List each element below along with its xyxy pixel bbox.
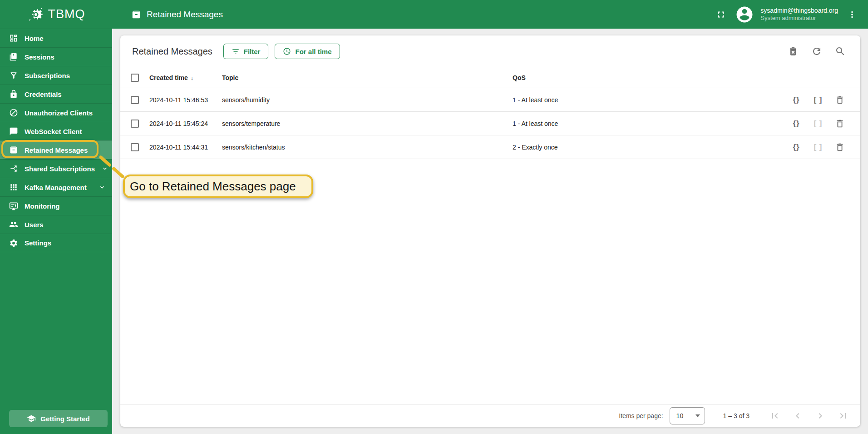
column-header-topic[interactable]: Topic [222,74,513,81]
gear-icon [9,239,18,248]
column-header-label: Topic [222,74,238,81]
show-payload-raw-button[interactable]: [ ] [809,93,827,107]
row-checkbox[interactable] [131,96,139,104]
sidebar-item-label: Kafka Management [25,184,92,191]
refresh-button[interactable] [809,43,825,60]
row-checkbox-cell [120,96,149,104]
fullscreen-icon [716,10,726,20]
top-header: Retained Messages sysadmin@thingsboard.o… [112,0,868,29]
cell-created-time: 2024-10-11 15:44:31 [149,144,222,151]
table-row[interactable]: 2024-10-11 15:45:24 sensors/temperature … [120,112,860,135]
row-checkbox[interactable] [131,143,139,151]
trash-icon [835,95,845,105]
sidebar-item-retained-messages[interactable]: Retained Messages [0,140,112,159]
sidebar-item-settings[interactable]: Settings [0,234,112,252]
more-menu-button[interactable] [844,7,860,22]
dashboard-icon [9,34,18,43]
card-toolbar: Retained Messages Filter For all time [120,35,860,67]
chevron-down-icon [101,165,108,172]
user-role: System administrator [760,15,838,22]
header-checkbox-cell [120,74,149,82]
search-button[interactable] [832,43,848,60]
retained-messages-card: Retained Messages Filter For all time [120,35,860,427]
pager-controls [767,408,851,424]
sort-descending-icon[interactable]: ↓ [191,75,194,81]
clock-icon [283,47,291,55]
row-checkbox-cell [120,120,149,128]
filter-list-icon [232,47,240,55]
sidebar-item-kafka-management[interactable]: Kafka Management [0,178,112,196]
clear-all-button[interactable] [785,43,801,60]
sidebar-item-users[interactable]: Users [0,215,112,234]
column-header-qos[interactable]: QoS [513,74,781,81]
select-all-checkbox[interactable] [131,74,139,82]
cell-qos: 1 - At least once [513,96,781,104]
fullscreen-button[interactable] [713,7,729,22]
column-header-created-time[interactable]: Created time↓ [149,74,222,81]
archive-icon [131,10,141,20]
delete-row-button[interactable] [831,140,848,155]
filter-button-label: Filter [244,48,261,55]
sidebar-item-label: Shared Subscriptions [25,165,95,173]
table-row[interactable]: 2024-10-11 15:44:31 sensors/kitchen/stat… [120,135,860,159]
user-email: sysadmin@thingsboard.org [760,7,838,15]
sidebar-item-monitoring[interactable]: Monitoring [0,196,112,215]
sidebar-item-sessions[interactable]: Sessions [0,47,112,66]
chevron-left-icon [792,410,803,421]
braces-icon: {} [793,119,799,128]
app-name: TBMQ [48,7,85,21]
next-page-button[interactable] [812,408,829,424]
getting-started-button[interactable]: Getting Started [9,410,108,427]
filter-button[interactable]: Filter [223,44,269,59]
sidebar-item-label: Sessions [25,53,106,61]
row-checkbox[interactable] [131,120,139,128]
sidebar-item-shared-subscriptions[interactable]: Shared Subscriptions [0,159,112,178]
toolbar-icons [785,43,848,60]
row-actions: {} [ ] [781,93,860,107]
cell-qos: 2 - Exactly once [513,144,781,151]
show-payload-json-button[interactable]: {} [788,93,805,107]
show-payload-json-button[interactable]: {} [788,116,805,131]
sidebar-item-label: Credentials [25,90,106,98]
sidebar-item-home[interactable]: Home [0,29,112,47]
book-icon [9,52,18,61]
row-checkbox-cell [120,143,149,151]
app-logo[interactable]: TBMQ [0,0,112,29]
sidebar: TBMQ Home Sessions Subscriptions Credent… [0,0,112,434]
trash-icon [835,142,845,152]
tbmq-gear-logo-icon [27,6,44,23]
annotation-tooltip: Go to Retained Messages page [123,175,313,198]
chevron-right-icon [815,410,826,421]
header-actions: sysadmin@thingsboard.org System administ… [713,5,868,24]
delete-row-button[interactable] [831,116,848,131]
sidebar-item-credentials[interactable]: Credentials [0,85,112,103]
column-header-label: QoS [513,74,526,81]
previous-page-button[interactable] [789,408,806,424]
cell-topic: sensors/temperature [222,120,513,127]
braces-icon: {} [793,143,799,152]
account-circle-icon [735,5,754,24]
table-row[interactable]: 2024-10-11 15:46:53 sensors/humidity 1 -… [120,88,860,112]
refresh-icon [811,46,822,57]
table-header-row: Created time↓ Topic QoS [120,67,860,88]
show-payload-json-button[interactable]: {} [788,140,805,155]
first-page-button[interactable] [767,408,783,424]
sidebar-item-label: Subscriptions [25,72,106,80]
show-payload-raw-button-disabled: [ ] [809,116,827,131]
column-header-label: Created time [149,74,188,81]
items-per-page-select[interactable]: 10 [670,407,705,424]
avatar[interactable] [735,5,754,24]
last-page-icon [838,410,848,421]
sidebar-item-label: Settings [25,239,106,247]
sidebar-item-unauthorized-clients[interactable]: Unauthorized Clients [0,103,112,122]
sidebar-item-subscriptions[interactable]: Subscriptions [0,66,112,85]
dropdown-caret-icon [695,414,700,417]
sidebar-item-label: Monitoring [25,202,106,210]
brackets-icon: [ ] [814,119,822,128]
row-actions: {} [ ] [781,116,860,131]
user-info[interactable]: sysadmin@thingsboard.org System administ… [760,7,838,22]
time-range-button[interactable]: For all time [275,44,340,59]
delete-row-button[interactable] [831,93,848,107]
sidebar-item-websocket-client[interactable]: WebSocket Client [0,122,112,140]
last-page-button[interactable] [835,408,851,424]
